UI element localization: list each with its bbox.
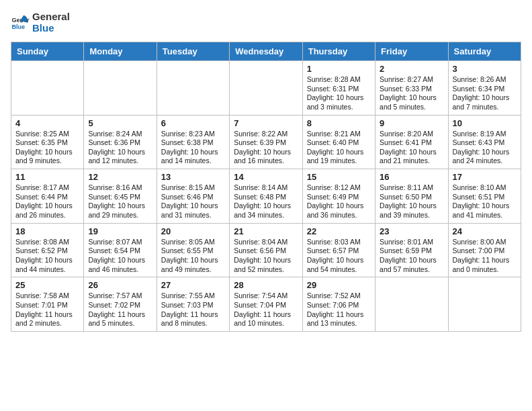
day-number: 24 [453, 226, 517, 236]
day-info: Sunset: 6:56 PM [234, 246, 298, 256]
calendar-cell: 26Sunrise: 7:57 AMSunset: 7:02 PMDayligh… [84, 277, 157, 332]
day-info: Daylight: 10 hours and 52 minutes. [234, 256, 298, 274]
day-info: Daylight: 10 hours and 26 minutes. [15, 201, 79, 220]
day-info: Sunset: 6:36 PM [88, 138, 152, 148]
day-info: Daylight: 11 hours and 5 minutes. [88, 310, 152, 328]
day-info: Sunset: 7:04 PM [234, 301, 298, 310]
day-info: Sunset: 6:48 PM [234, 193, 298, 202]
calendar-cell: 17Sunrise: 8:10 AMSunset: 6:51 PMDayligh… [448, 169, 521, 224]
day-info: Sunrise: 7:55 AM [161, 291, 225, 301]
calendar-table: SundayMondayTuesdayWednesdayThursdayFrid… [11, 42, 521, 332]
day-number: 20 [161, 226, 225, 236]
day-info: Sunrise: 8:26 AM [453, 75, 517, 85]
day-info: Sunrise: 8:15 AM [161, 183, 225, 193]
day-info: Daylight: 10 hours and 19 minutes. [307, 148, 371, 166]
day-info: Daylight: 10 hours and 54 minutes. [307, 256, 371, 274]
day-info: Sunrise: 8:20 AM [380, 130, 443, 139]
day-number: 5 [88, 118, 152, 128]
day-number: 12 [88, 172, 152, 182]
calendar-cell [230, 61, 302, 116]
day-info: Sunrise: 8:12 AM [307, 183, 371, 193]
day-info: Daylight: 10 hours and 44 minutes. [15, 256, 79, 274]
logo-icon: General Blue [11, 13, 30, 32]
logo-general: General [32, 11, 70, 22]
page-header: General Blue General Blue [11, 11, 521, 34]
day-info: Sunset: 6:45 PM [88, 193, 152, 202]
calendar-cell: 20Sunrise: 8:05 AMSunset: 6:55 PMDayligh… [157, 223, 229, 277]
calendar-cell: 18Sunrise: 8:08 AMSunset: 6:52 PMDayligh… [11, 223, 84, 277]
day-number: 8 [307, 118, 371, 128]
calendar-cell: 3Sunrise: 8:26 AMSunset: 6:34 PMDaylight… [448, 61, 521, 116]
day-info: Sunset: 6:54 PM [88, 246, 152, 256]
day-number: 9 [380, 118, 443, 128]
day-info: Sunrise: 8:10 AM [453, 183, 517, 193]
day-info: Daylight: 10 hours and 16 minutes. [234, 148, 298, 166]
day-info: Sunset: 6:34 PM [453, 85, 517, 94]
day-info: Sunset: 6:31 PM [307, 85, 371, 94]
week-row-3: 11Sunrise: 8:17 AMSunset: 6:44 PMDayligh… [11, 169, 521, 224]
day-info: Sunrise: 8:24 AM [88, 130, 152, 139]
calendar-cell: 22Sunrise: 8:03 AMSunset: 6:57 PMDayligh… [302, 223, 375, 277]
day-number: 2 [380, 64, 443, 74]
day-info: Sunrise: 7:57 AM [88, 291, 152, 301]
calendar-cell: 24Sunrise: 8:00 AMSunset: 7:00 PMDayligh… [448, 223, 521, 277]
week-row-1: 1Sunrise: 8:28 AMSunset: 6:31 PMDaylight… [11, 61, 521, 116]
calendar-cell: 7Sunrise: 8:22 AMSunset: 6:39 PMDaylight… [230, 115, 302, 169]
day-number: 14 [234, 172, 298, 182]
calendar-cell [375, 277, 448, 332]
week-row-5: 25Sunrise: 7:58 AMSunset: 7:01 PMDayligh… [11, 277, 521, 332]
day-info: Sunrise: 8:05 AM [161, 238, 225, 247]
day-header-monday: Monday [84, 42, 157, 61]
day-info: Daylight: 11 hours and 0 minutes. [453, 256, 517, 274]
day-info: Sunset: 6:51 PM [453, 193, 517, 202]
calendar-cell [11, 61, 84, 116]
calendar-cell: 27Sunrise: 7:55 AMSunset: 7:03 PMDayligh… [157, 277, 229, 332]
day-info: Sunrise: 7:52 AM [307, 291, 371, 301]
day-info: Sunrise: 7:54 AM [234, 291, 298, 301]
calendar-cell: 13Sunrise: 8:15 AMSunset: 6:46 PMDayligh… [157, 169, 229, 224]
day-info: Sunrise: 8:21 AM [307, 130, 371, 139]
day-number: 25 [15, 280, 79, 290]
calendar-cell: 28Sunrise: 7:54 AMSunset: 7:04 PMDayligh… [230, 277, 302, 332]
week-row-4: 18Sunrise: 8:08 AMSunset: 6:52 PMDayligh… [11, 223, 521, 277]
calendar-cell: 16Sunrise: 8:11 AMSunset: 6:50 PMDayligh… [375, 169, 448, 224]
day-info: Sunrise: 8:17 AM [15, 183, 79, 193]
day-info: Sunrise: 8:14 AM [234, 183, 298, 193]
day-info: Daylight: 10 hours and 41 minutes. [453, 201, 517, 220]
day-info: Sunset: 6:57 PM [307, 246, 371, 256]
day-info: Daylight: 10 hours and 57 minutes. [380, 256, 443, 274]
day-info: Daylight: 10 hours and 34 minutes. [234, 201, 298, 220]
day-number: 4 [15, 118, 79, 128]
calendar-cell [448, 277, 521, 332]
week-row-2: 4Sunrise: 8:25 AMSunset: 6:35 PMDaylight… [11, 115, 521, 169]
day-info: Sunset: 6:43 PM [453, 138, 517, 148]
day-info: Sunrise: 8:27 AM [380, 75, 443, 85]
calendar-cell [84, 61, 157, 116]
day-header-saturday: Saturday [448, 42, 521, 61]
day-number: 27 [161, 280, 225, 290]
calendar-cell: 5Sunrise: 8:24 AMSunset: 6:36 PMDaylight… [84, 115, 157, 169]
day-number: 7 [234, 118, 298, 128]
day-header-friday: Friday [375, 42, 448, 61]
day-info: Sunrise: 8:22 AM [234, 130, 298, 139]
day-info: Sunset: 6:41 PM [380, 138, 443, 148]
calendar-cell: 8Sunrise: 8:21 AMSunset: 6:40 PMDaylight… [302, 115, 375, 169]
logo: General Blue General Blue [11, 11, 70, 34]
day-number: 26 [88, 280, 152, 290]
svg-text:Blue: Blue [11, 24, 25, 30]
day-header-tuesday: Tuesday [157, 42, 229, 61]
day-info: Sunset: 6:40 PM [307, 138, 371, 148]
day-info: Daylight: 10 hours and 49 minutes. [161, 256, 225, 274]
day-number: 1 [307, 64, 371, 74]
day-info: Daylight: 10 hours and 14 minutes. [161, 148, 225, 166]
day-number: 11 [15, 172, 79, 182]
day-info: Daylight: 11 hours and 13 minutes. [307, 310, 371, 328]
day-number: 29 [307, 280, 371, 290]
day-info: Daylight: 10 hours and 9 minutes. [15, 148, 79, 166]
day-info: Sunrise: 7:58 AM [15, 291, 79, 301]
day-info: Sunset: 7:03 PM [161, 301, 225, 310]
day-header-sunday: Sunday [11, 42, 84, 61]
day-info: Daylight: 10 hours and 24 minutes. [453, 148, 517, 166]
day-header-wednesday: Wednesday [230, 42, 302, 61]
header-row: SundayMondayTuesdayWednesdayThursdayFrid… [11, 42, 521, 61]
